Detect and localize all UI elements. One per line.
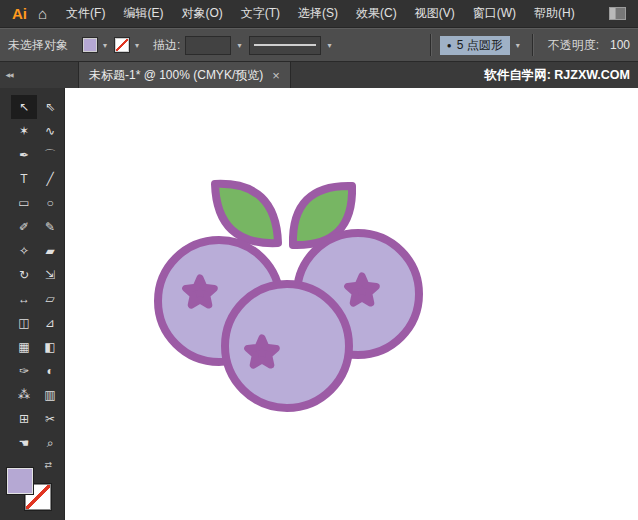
mesh-tool[interactable]: ▦ bbox=[11, 335, 37, 359]
magic-wand-tool[interactable]: ✶ bbox=[11, 119, 37, 143]
brush-definition-select[interactable]: ● 5 点圆形 bbox=[440, 36, 510, 55]
lasso-tool[interactable]: ∿ bbox=[37, 119, 63, 143]
app-logo[interactable]: Ai bbox=[0, 5, 36, 22]
blueberry-artwork[interactable] bbox=[156, 177, 420, 409]
chevron-down-icon[interactable]: ▾ bbox=[135, 41, 139, 50]
fill-swatch[interactable] bbox=[7, 468, 33, 494]
zoom-tool[interactable]: ⌕ bbox=[37, 431, 63, 455]
selection-status: 未选择对象 bbox=[8, 37, 68, 54]
gradient-tool[interactable]: ◧ bbox=[37, 335, 63, 359]
ellipse-tool[interactable]: ○ bbox=[37, 191, 63, 215]
hand-tool[interactable]: ☚ bbox=[11, 431, 37, 455]
width-tool[interactable]: ↔ bbox=[11, 287, 37, 311]
menu-item-edit[interactable]: 编辑(E) bbox=[114, 0, 172, 27]
eyedropper-tool[interactable]: ✑ bbox=[11, 359, 37, 383]
menu-items: 文件(F) 编辑(E) 对象(O) 文字(T) 选择(S) 效果(C) 视图(V… bbox=[57, 0, 584, 27]
artboard-tool[interactable]: ⊞ bbox=[11, 407, 37, 431]
symbol-sprayer-tool[interactable]: ⁂ bbox=[11, 383, 37, 407]
pen-tool[interactable]: ✒ bbox=[11, 143, 37, 167]
selection-tool[interactable]: ↖ bbox=[11, 95, 37, 119]
fill-stroke-control: ⇄ bbox=[7, 466, 51, 510]
rotate-tool[interactable]: ↻ bbox=[11, 263, 37, 287]
menu-item-select[interactable]: 选择(S) bbox=[289, 0, 347, 27]
menu-item-window[interactable]: 窗口(W) bbox=[464, 0, 525, 27]
curvature-tool[interactable]: ⌒ bbox=[37, 143, 63, 167]
blend-tool[interactable]: ◐ bbox=[37, 359, 63, 383]
tools-panel: ↖⇖✶∿✒⌒T╱▭○✐✎✧▰↻⇲↔▱◫⊿▦◧✑◐⁂▥⊞✂☚⌕ ⇄ bbox=[0, 88, 65, 520]
slice-tool[interactable]: ✂ bbox=[37, 407, 63, 431]
workspace-icon-pane bbox=[616, 8, 625, 19]
illustrator-window: Ai ⌂ 文件(F) 编辑(E) 对象(O) 文字(T) 选择(S) 效果(C)… bbox=[0, 0, 638, 520]
home-icon[interactable]: ⌂ bbox=[36, 5, 57, 22]
document-tab[interactable]: 未标题-1* @ 100% (CMYK/预览) × bbox=[78, 62, 291, 88]
pencil-tool[interactable]: ✎ bbox=[37, 215, 63, 239]
stroke-profile-select[interactable] bbox=[249, 36, 321, 55]
tool-grid: ↖⇖✶∿✒⌒T╱▭○✐✎✧▰↻⇲↔▱◫⊿▦◧✑◐⁂▥⊞✂☚⌕ bbox=[0, 88, 64, 455]
rectangle-tool[interactable]: ▭ bbox=[11, 191, 37, 215]
menu-item-object[interactable]: 对象(O) bbox=[172, 0, 231, 27]
type-tool[interactable]: T bbox=[11, 167, 37, 191]
perspective-grid-tool[interactable]: ⊿ bbox=[37, 311, 63, 335]
chevron-down-icon[interactable]: ▾ bbox=[327, 41, 331, 50]
chevron-down-icon[interactable]: ▾ bbox=[237, 41, 241, 50]
menu-item-help[interactable]: 帮助(H) bbox=[525, 0, 584, 27]
eraser-tool[interactable]: ▰ bbox=[37, 239, 63, 263]
brush-definition-value: 5 点圆形 bbox=[457, 37, 503, 54]
stroke-weight-select[interactable] bbox=[185, 36, 231, 55]
menu-item-effect[interactable]: 效果(C) bbox=[347, 0, 406, 27]
panel-collapse-button[interactable]: ◀◀ bbox=[2, 67, 16, 83]
stroke-weight-label: 描边: bbox=[153, 37, 180, 54]
scale-tool[interactable]: ⇲ bbox=[37, 263, 63, 287]
divider bbox=[430, 34, 431, 56]
shape-builder-tool[interactable]: ◫ bbox=[11, 311, 37, 335]
menu-bar-right bbox=[609, 7, 638, 20]
watermark-text: 软件自学网: RJZXW.COM bbox=[484, 62, 630, 88]
chevron-down-icon[interactable]: ▾ bbox=[103, 41, 107, 50]
direct-selection-tool[interactable]: ⇖ bbox=[37, 95, 63, 119]
document-tab-title: 未标题-1* @ 100% (CMYK/预览) bbox=[89, 67, 263, 84]
column-graph-tool[interactable]: ▥ bbox=[37, 383, 63, 407]
menu-item-type[interactable]: 文字(T) bbox=[232, 0, 289, 27]
close-icon[interactable]: × bbox=[272, 68, 280, 83]
swap-fill-stroke-icon[interactable]: ⇄ bbox=[44, 460, 52, 470]
paintbrush-tool[interactable]: ✐ bbox=[11, 215, 37, 239]
document-tab-bar: ◀◀ 未标题-1* @ 100% (CMYK/预览) × 软件自学网: RJZX… bbox=[0, 62, 638, 88]
control-bar: 未选择对象 ▾ ▾ 描边: ▾ ▾ ● 5 点圆形 ▾ 不透明度: 100 bbox=[0, 28, 638, 62]
line-segment-tool[interactable]: ╱ bbox=[37, 167, 63, 191]
shaper-tool[interactable]: ✧ bbox=[11, 239, 37, 263]
menu-item-view[interactable]: 视图(V) bbox=[406, 0, 464, 27]
free-transform-tool[interactable]: ▱ bbox=[37, 287, 63, 311]
canvas-area[interactable] bbox=[65, 88, 638, 520]
menu-bar: Ai ⌂ 文件(F) 编辑(E) 对象(O) 文字(T) 选择(S) 效果(C)… bbox=[0, 0, 638, 28]
leaf-left[interactable] bbox=[215, 184, 278, 243]
berry-front[interactable] bbox=[225, 284, 349, 408]
stroke-color-swatch[interactable] bbox=[115, 38, 129, 52]
opacity-value-field[interactable]: 100 bbox=[604, 38, 630, 52]
opacity-label: 不透明度: bbox=[548, 37, 599, 54]
workspace-switcher-icon[interactable] bbox=[609, 7, 626, 20]
uniform-profile-line bbox=[254, 44, 316, 46]
menu-item-file[interactable]: 文件(F) bbox=[57, 0, 114, 27]
fill-color-swatch[interactable] bbox=[83, 38, 97, 52]
chevron-down-icon[interactable]: ▾ bbox=[516, 41, 520, 50]
divider bbox=[532, 34, 533, 56]
round-brush-icon: ● bbox=[447, 41, 452, 50]
